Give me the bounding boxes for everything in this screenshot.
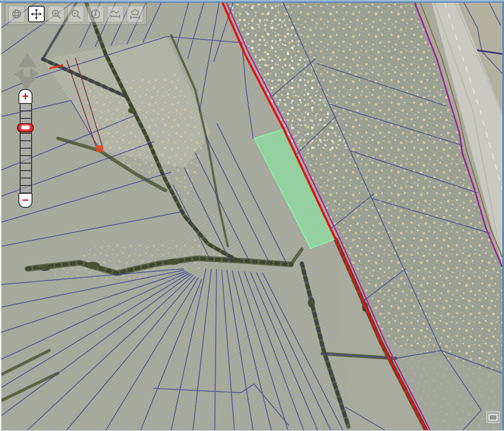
measure-area-icon xyxy=(129,8,141,20)
move-arrows-icon xyxy=(31,8,42,20)
zoom-out-button[interactable]: − xyxy=(18,193,32,208)
app-window: + − xyxy=(0,0,504,431)
overview-map-icon xyxy=(489,414,497,420)
zoom-slider-handle[interactable] xyxy=(17,123,34,132)
map-viewport[interactable]: + − xyxy=(1,3,502,430)
zoom-in-tool-button[interactable] xyxy=(48,6,64,22)
overview-map-toggle-button[interactable] xyxy=(486,411,500,423)
globe-icon xyxy=(11,8,22,20)
zoom-slider: + − xyxy=(18,89,33,208)
measure-area-button[interactable] xyxy=(127,6,143,22)
window-border-right xyxy=(502,3,504,430)
measure-distance-button[interactable] xyxy=(107,6,124,22)
pan-compass xyxy=(14,50,40,94)
zoom-to-full-extent-button[interactable] xyxy=(8,6,25,22)
boundary-junction-marker xyxy=(96,145,103,152)
pan-north-arrow[interactable] xyxy=(18,53,36,68)
identify-button[interactable] xyxy=(87,6,104,22)
magnifier-plus-icon xyxy=(50,8,62,20)
measure-distance-icon xyxy=(110,8,121,20)
zoom-in-button[interactable]: + xyxy=(18,89,32,104)
zoom-out-tool-button[interactable] xyxy=(67,6,84,22)
zoom-slider-track[interactable] xyxy=(20,104,32,193)
map-canvas[interactable] xyxy=(1,3,502,430)
map-toolbar xyxy=(5,3,147,25)
info-icon xyxy=(90,8,101,20)
pan-button[interactable] xyxy=(28,6,45,22)
magnifier-minus-icon xyxy=(70,8,82,20)
